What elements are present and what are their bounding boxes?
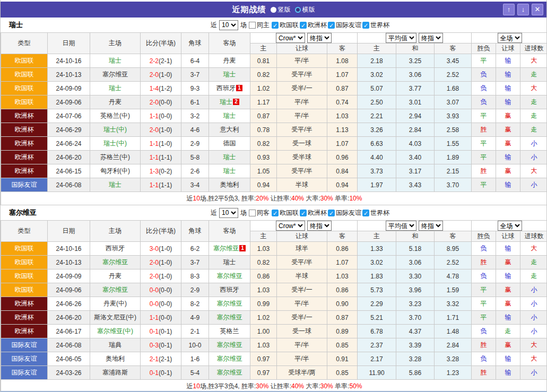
team-link[interactable]: 瑞士 (223, 258, 236, 266)
avg-draw-odds-cell: 5.86 (396, 366, 435, 380)
league-type-cell: 国际友谊 (1, 366, 48, 380)
team-link[interactable]: 瑞典 (109, 341, 121, 349)
unchecked-checkbox-icon[interactable] (249, 22, 256, 29)
handicap-line-cell: 受平/半 (277, 164, 327, 178)
average-provider-select[interactable]: 平均值 (386, 221, 416, 231)
checked-checkbox-icon[interactable]: ✓ (362, 210, 369, 216)
team-link[interactable]: 塞尔维亚 (217, 313, 242, 321)
team-link[interactable]: 瑞士 (223, 71, 236, 78)
league-filter[interactable]: ✓欧国联 (272, 208, 299, 217)
avg-away-odds-cell: 3.45 (435, 54, 472, 68)
avg-draw-odds-cell: 3.39 (396, 338, 435, 352)
goals-result-cell: 大 (520, 54, 547, 68)
unchecked-checkbox-icon[interactable] (249, 210, 256, 216)
team-link[interactable]: 塞浦路斯 (102, 369, 128, 376)
checked-checkbox-icon[interactable]: ✓ (300, 22, 307, 29)
team-link[interactable]: 塞尔维亚 (217, 272, 242, 280)
results-table: 类型 日期 主场 比分(半场) 角球 客场 Crow*终指 平均值终指 全场 主… (1, 32, 547, 205)
average-time-select[interactable]: 终指 (419, 221, 443, 231)
league-filter[interactable]: ✓世界杯 (362, 21, 389, 30)
odds-time-select[interactable]: 终指 (307, 221, 332, 231)
team-link[interactable]: 瑞士 (223, 112, 236, 119)
team-link[interactable]: 塞尔维亚 (102, 71, 128, 78)
team-link[interactable]: 英格兰(中) (100, 112, 130, 119)
team-link[interactable]: 丹麦 (223, 57, 236, 64)
checked-checkbox-icon[interactable]: ✓ (272, 22, 279, 29)
league-filter[interactable]: ✓欧洲杯 (300, 208, 327, 217)
team-link[interactable]: 英格兰 (220, 327, 239, 335)
team-link[interactable]: 奥地利 (220, 181, 239, 188)
layout-radio-vertical[interactable]: 竖版 (271, 5, 291, 14)
team-link[interactable]: 丹麦 (109, 98, 121, 106)
team-link[interactable]: 斯洛文尼亚(中) (94, 313, 136, 321)
recent-count-select[interactable]: 10 (219, 20, 238, 30)
team-link[interactable]: 瑞士 (220, 98, 232, 106)
radio-selected-icon[interactable] (271, 7, 276, 13)
team-link[interactable]: 奥地利 (106, 355, 125, 362)
league-filter[interactable]: ✓欧洲杯 (300, 21, 327, 30)
move-down-button[interactable]: ↓ (517, 4, 529, 15)
team-link[interactable]: 塞尔维亚 (217, 355, 242, 362)
team-link[interactable]: 瑞士 (109, 84, 121, 92)
team-link[interactable]: 西班牙 (106, 245, 125, 252)
team-link[interactable]: 塞尔维亚 (217, 369, 242, 376)
odds-provider-select[interactable]: Crow* (276, 33, 305, 43)
team-link[interactable]: 塞尔维亚(中) (97, 327, 133, 335)
goals-result-cell: 大 (520, 164, 547, 178)
same-venue-filter[interactable]: 同主 (249, 21, 270, 30)
league-filter[interactable]: ✓世界杯 (362, 208, 389, 217)
team-link[interactable]: 丹麦(中) (103, 300, 127, 307)
wdl-result-cell: 平 (472, 137, 496, 151)
league-filter[interactable]: ✓国际友谊 (328, 208, 361, 217)
home-team-cell: 塞浦路斯 (90, 366, 141, 380)
team-link[interactable]: 瑞士 (109, 181, 121, 188)
score-cell: 1-1(1-0) (141, 137, 181, 151)
average-time-select[interactable]: 终指 (419, 33, 443, 43)
team-link[interactable]: 瑞士 (223, 153, 236, 161)
team-link[interactable]: 瑞士(中) (103, 126, 127, 133)
layout-radio-horizontal[interactable]: 横版 (295, 5, 315, 14)
recent-label: 近 (211, 208, 217, 217)
team-link[interactable]: 西班牙 (220, 286, 239, 293)
avg-away-odds-cell: 8.95 (435, 242, 472, 256)
checked-checkbox-icon[interactable]: ✓ (362, 22, 369, 29)
odds-provider-select[interactable]: Crow* (276, 221, 305, 231)
team-link[interactable]: 丹麦 (109, 272, 121, 280)
team-link[interactable]: 德国 (223, 140, 236, 147)
team-link[interactable]: 塞尔维亚 (102, 286, 128, 293)
team-link[interactable]: 塞尔维亚 (102, 258, 128, 266)
league-filter[interactable]: ✓欧国联 (272, 21, 299, 30)
average-provider-select[interactable]: 平均值 (386, 33, 416, 43)
team-link[interactable]: 西班牙 (216, 84, 236, 92)
handicap-away-odds-cell: 0.90 (327, 297, 358, 311)
wdl-result-cell: 平 (472, 54, 496, 68)
team-link[interactable]: 匈牙利(中) (100, 167, 130, 175)
close-button[interactable]: ✕ (532, 4, 543, 15)
scope-select[interactable]: 全场 (498, 221, 522, 231)
checked-checkbox-icon[interactable]: ✓ (300, 210, 307, 216)
same-venue-filter[interactable]: 同客 (249, 208, 270, 217)
team-link[interactable]: 塞尔维亚 (213, 245, 239, 252)
league-filter[interactable]: ✓国际友谊 (328, 21, 361, 30)
team-link[interactable]: 瑞士 (109, 57, 121, 64)
checked-checkbox-icon[interactable]: ✓ (328, 22, 335, 29)
checked-checkbox-icon[interactable]: ✓ (272, 210, 279, 216)
team-link[interactable]: 瑞士 (223, 167, 236, 175)
home-team-cell: 英格兰(中) (90, 109, 141, 123)
recent-count-select[interactable]: 10 (219, 208, 238, 218)
checked-checkbox-icon[interactable]: ✓ (328, 210, 335, 216)
team-link[interactable]: 塞尔维亚 (217, 300, 242, 307)
col-header-handicap-result: 让球 (496, 231, 520, 242)
wdl-result-cell: 负 (472, 68, 496, 82)
away-team-cell: 塞尔维亚 (209, 297, 250, 311)
team-link[interactable]: 苏格兰(中) (100, 153, 130, 161)
handicap-result-cell: 赢 (496, 338, 520, 352)
team-link[interactable]: 意大利 (220, 126, 239, 133)
radio-unselected-icon[interactable] (295, 7, 301, 13)
odds-time-select[interactable]: 终指 (307, 33, 332, 43)
scope-select[interactable]: 全场 (498, 33, 522, 43)
team-link[interactable]: 塞尔维亚 (217, 341, 242, 349)
team-link[interactable]: 瑞士(中) (103, 140, 127, 147)
move-up-button[interactable]: ↑ (503, 4, 515, 15)
result-scope-group-header: 全场 (472, 221, 547, 231)
